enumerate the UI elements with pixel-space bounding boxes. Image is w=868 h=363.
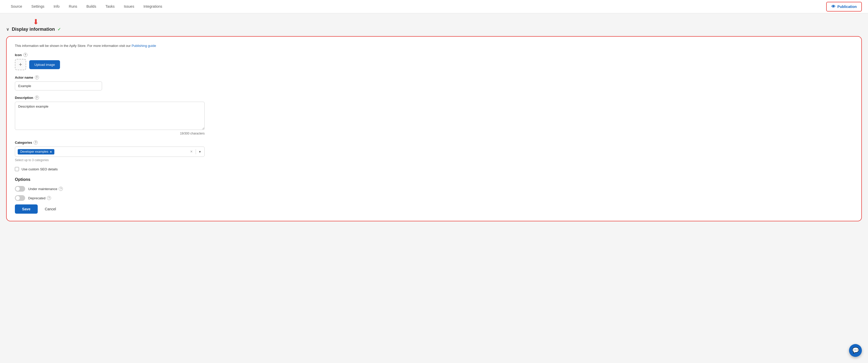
tab-runs[interactable]: Runs [64,0,82,13]
chat-icon: 💬 [852,347,859,354]
categories-select[interactable]: Developer examples × × ▾ [15,146,205,157]
display-info-form-card: This information will be shown in the Ap… [6,36,862,221]
info-text: This information will be shown in the Ap… [15,44,853,48]
maintenance-toggle-slider [15,186,25,192]
maintenance-toggle[interactable] [15,186,25,192]
nav-bar: Source Settings Info Runs Builds Tasks I… [0,0,868,13]
categories-help-icon[interactable]: ? [34,140,38,144]
arrow-annotation: ⬇ [6,19,862,26]
category-tag-label: Developer examples [20,150,48,154]
seo-checkbox-label[interactable]: Use custom SEO details [22,167,58,171]
collapse-chevron[interactable]: ∨ [6,27,9,32]
category-tag-remove[interactable]: × [50,150,52,154]
description-field-group: Description ? Description example 19/300… [15,96,853,135]
publication-button[interactable]: 👁 Publication [826,2,862,11]
action-buttons: Save Cancel [15,204,853,213]
tab-settings[interactable]: Settings [27,0,49,13]
eye-icon: 👁 [831,4,835,9]
seo-checkbox[interactable] [15,167,19,171]
options-heading: Options [15,177,853,182]
publishing-guide-link[interactable]: Publishing guide [131,44,156,48]
deprecated-toggle-label: Deprecated ? [28,196,51,200]
deprecated-toggle[interactable] [15,195,25,201]
tab-source[interactable]: Source [6,0,27,13]
section-title: Display information [12,27,55,32]
categories-dropdown-button[interactable]: ▾ [198,149,202,154]
icon-row: + Upload image [15,59,853,70]
description-textarea[interactable]: Description example [15,102,205,130]
main-content: ⬇ ∨ Display information ✓ This informati… [0,13,868,363]
tab-info[interactable]: Info [49,0,64,13]
nav-tabs: Source Settings Info Runs Builds Tasks I… [6,0,167,13]
actor-name-help-icon[interactable]: ? [35,75,39,79]
deprecated-toggle-row: Deprecated ? [15,195,853,201]
section-header: ∨ Display information ✓ [6,27,862,32]
red-arrow-icon: ⬇ [33,19,39,26]
upload-image-button[interactable]: Upload image [29,60,60,69]
tab-builds[interactable]: Builds [82,0,101,13]
tab-tasks[interactable]: Tasks [101,0,119,13]
tab-issues[interactable]: Issues [119,0,139,13]
publication-label: Publication [837,5,857,9]
category-tag-developer-examples: Developer examples × [18,149,54,155]
deprecated-toggle-slider [15,195,25,201]
maintenance-toggle-label: Under maintenance ? [28,187,63,191]
icon-label: Icon ? [15,53,853,57]
actor-name-input[interactable] [15,81,102,91]
chat-fab-button[interactable]: 💬 [849,344,862,357]
options-section: Options Under maintenance ? [15,177,853,201]
categories-field-group: Categories ? Developer examples × × ▾ Se… [15,140,853,162]
save-button[interactable]: Save [15,204,38,213]
categories-clear-button[interactable]: × [189,149,194,155]
categories-label: Categories ? [15,140,853,144]
add-icon-button[interactable]: + [15,59,26,70]
check-icon: ✓ [57,27,61,32]
deprecated-help-icon[interactable]: ? [47,196,51,200]
maintenance-help-icon[interactable]: ? [59,187,63,191]
seo-checkbox-row: Use custom SEO details [15,167,853,171]
icon-help-icon[interactable]: ? [23,53,27,57]
categories-hint: Select up to 3 categories [15,158,853,162]
cancel-button[interactable]: Cancel [42,204,59,213]
icon-field-group: Icon ? + Upload image [15,53,853,70]
tab-integrations[interactable]: Integrations [139,0,167,13]
maintenance-toggle-row: Under maintenance ? [15,186,853,192]
categories-actions: × ▾ [189,149,202,155]
actor-name-label: Actor name ? [15,75,853,79]
description-help-icon[interactable]: ? [35,96,39,100]
char-count: 19/300 characters [15,132,205,135]
description-label: Description ? [15,96,853,100]
actor-name-field-group: Actor name ? [15,75,853,91]
